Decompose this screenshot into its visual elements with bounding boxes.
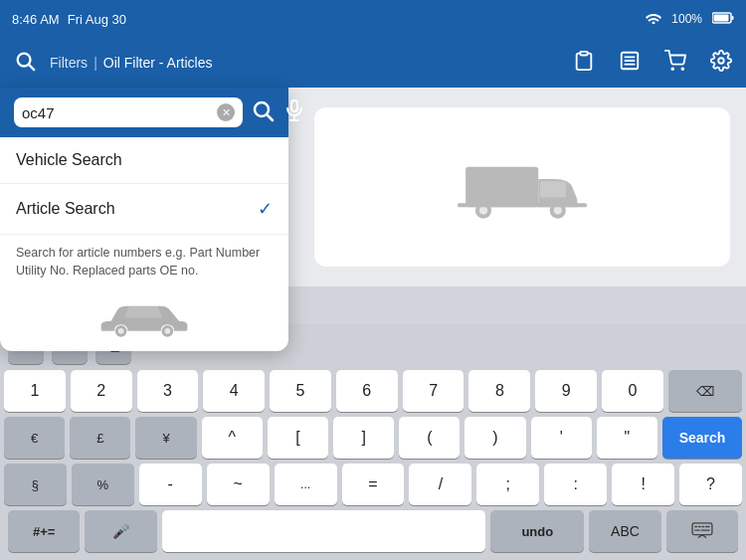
status-date: Fri Aug 30 — [68, 12, 126, 27]
key-semicolon[interactable]: ; — [476, 464, 539, 505]
key-equals[interactable]: = — [342, 464, 405, 505]
nav-bar: Filters | Oil Filter - Articles — [0, 38, 746, 88]
hashplus-key[interactable]: #+= — [8, 510, 80, 552]
keyboard-dismiss-key[interactable] — [666, 510, 738, 552]
svg-rect-5 — [580, 52, 587, 56]
truck-card — [314, 107, 730, 267]
status-bar: 8:46 AM Fri Aug 30 100% — [0, 0, 746, 38]
clear-button[interactable]: ✕ — [217, 103, 235, 121]
current-page-label: Oil Filter - Articles — [103, 55, 213, 71]
svg-line-4 — [29, 65, 34, 70]
key-4[interactable]: 4 — [203, 370, 265, 412]
svg-point-21 — [164, 328, 170, 334]
key-6[interactable]: 6 — [336, 370, 398, 412]
search-nav-icon — [14, 50, 36, 76]
battery-label: 100% — [671, 12, 702, 26]
number-row: 1 2 3 4 5 6 7 8 9 0 ⌫ — [4, 370, 742, 412]
svg-rect-1 — [714, 14, 729, 21]
key-euro[interactable]: € — [4, 417, 65, 459]
key-yen[interactable]: ¥ — [135, 417, 196, 459]
search-dropdown: ✕ Vehicle Search Ar — [0, 88, 288, 351]
key-rbracket[interactable]: ] — [333, 417, 394, 459]
key-quote[interactable]: " — [597, 417, 657, 459]
svg-point-12 — [718, 58, 724, 64]
key-colon[interactable]: : — [544, 464, 607, 505]
key-slash[interactable]: / — [409, 464, 471, 505]
key-3[interactable]: 3 — [137, 370, 199, 412]
key-question[interactable]: ? — [679, 464, 742, 505]
search-key[interactable]: Search — [662, 417, 742, 459]
search-hint: Search for article numbers e.g. Part Num… — [0, 235, 288, 293]
status-time: 8:46 AM — [12, 12, 60, 27]
space-bar[interactable] — [162, 510, 486, 552]
list-icon[interactable] — [619, 50, 641, 76]
svg-rect-28 — [458, 203, 587, 207]
svg-rect-15 — [291, 100, 297, 111]
key-rparen[interactable]: ) — [465, 417, 525, 459]
key-section[interactable]: § — [4, 464, 67, 505]
svg-point-27 — [554, 207, 562, 215]
key-minus[interactable]: - — [139, 464, 202, 505]
microphone-icon[interactable] — [282, 98, 306, 127]
filters-link[interactable]: Filters — [50, 55, 88, 71]
svg-rect-2 — [732, 16, 734, 20]
key-5[interactable]: 5 — [270, 370, 331, 412]
breadcrumb-separator: | — [93, 55, 97, 71]
key-lbracket[interactable]: [ — [268, 417, 328, 459]
key-7[interactable]: 7 — [403, 370, 465, 412]
key-ellipsis[interactable]: ... — [275, 464, 337, 505]
svg-line-14 — [268, 114, 274, 120]
key-percent[interactable]: % — [72, 464, 134, 505]
search-input-container[interactable]: ✕ — [14, 97, 243, 127]
key-9[interactable]: 9 — [535, 370, 597, 412]
symbols-row2: § % - ~ ... = / ; : ! ? — [4, 464, 742, 505]
svg-rect-23 — [540, 181, 566, 197]
wifi-icon — [646, 12, 661, 27]
checkmark-icon: ✓ — [258, 198, 273, 220]
undo-key[interactable]: undo — [490, 510, 584, 552]
cart-icon[interactable] — [664, 50, 686, 76]
breadcrumb: Filters | Oil Filter - Articles — [50, 55, 212, 71]
key-0[interactable]: 0 — [602, 370, 663, 412]
svg-point-11 — [681, 68, 683, 70]
keyboard: ↩ ↪ ⧉ 1 2 3 4 5 6 7 8 9 0 ⌫ € £ ¥ ^ [ ] … — [0, 324, 746, 560]
key-8[interactable]: 8 — [468, 370, 530, 412]
key-apos[interactable]: ' — [531, 417, 592, 459]
svg-point-20 — [118, 328, 124, 334]
delete-key[interactable]: ⌫ — [668, 370, 742, 412]
key-lparen[interactable]: ( — [399, 417, 460, 459]
main-content: ✕ Vehicle Search Ar — [0, 88, 746, 286]
article-search-item[interactable]: Article Search ✓ — [0, 184, 288, 235]
key-caret[interactable]: ^ — [202, 417, 263, 459]
bottom-row: #+= 🎤 undo ABC — [4, 510, 742, 552]
battery-icon — [712, 12, 734, 27]
search-button-icon[interactable] — [251, 98, 275, 127]
key-tilde[interactable]: ~ — [207, 464, 270, 505]
key-1[interactable]: 1 — [4, 370, 66, 412]
abc-key[interactable]: ABC — [589, 510, 660, 552]
svg-point-25 — [479, 207, 487, 215]
clipboard-icon[interactable] — [573, 50, 595, 76]
svg-point-10 — [671, 68, 673, 70]
article-search-label: Article Search — [16, 200, 115, 218]
key-pound[interactable]: £ — [70, 417, 130, 459]
truck-icon — [458, 147, 587, 227]
vehicle-search-label: Vehicle Search — [16, 151, 122, 169]
svg-rect-22 — [466, 167, 538, 208]
key-exclaim[interactable]: ! — [612, 464, 674, 505]
svg-rect-29 — [692, 523, 712, 535]
search-input[interactable] — [22, 104, 211, 121]
car-icon — [94, 293, 194, 337]
search-input-row: ✕ — [0, 88, 288, 137]
key-2[interactable]: 2 — [71, 370, 132, 412]
microphone-key[interactable]: 🎤 — [85, 510, 156, 552]
vehicle-search-item[interactable]: Vehicle Search — [0, 137, 288, 184]
symbols-row1: € £ ¥ ^ [ ] ( ) ' " Search — [4, 417, 742, 459]
settings-icon[interactable] — [710, 50, 732, 76]
